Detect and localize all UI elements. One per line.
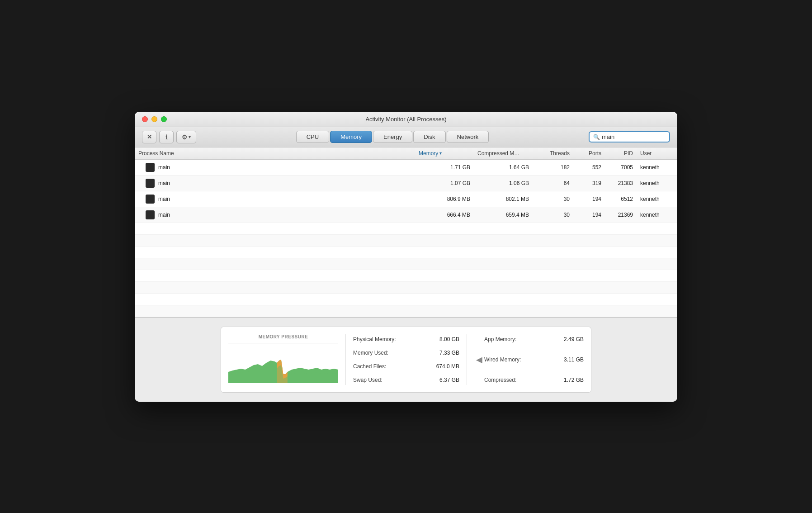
- process-table: Process Name Memory ▾ Compressed M… Thre…: [135, 147, 677, 318]
- ports-value: 319: [573, 179, 605, 188]
- empty-row: [135, 270, 677, 282]
- col-user[interactable]: User: [637, 150, 677, 157]
- col-threads[interactable]: Threads: [533, 150, 573, 157]
- toolbar-left: ✕ ℹ ⚙ ▾: [142, 131, 196, 143]
- pid-value: 7005: [605, 163, 637, 172]
- window-title: Activity Monitor (All Processes): [365, 116, 446, 123]
- chart-divider: [228, 343, 338, 343]
- physical-memory-row: Physical Memory: 8.00 GB: [353, 334, 459, 344]
- threads-value: 64: [533, 179, 573, 188]
- pid-value: 21383: [605, 179, 637, 188]
- process-name-text: main: [158, 164, 170, 171]
- empty-row: [135, 282, 677, 294]
- process-name-cell: main: [135, 177, 415, 189]
- process-icon: [146, 195, 155, 204]
- user-value: kenneth: [637, 179, 677, 188]
- compressed-value: 1.64 GB: [474, 163, 533, 172]
- tab-energy[interactable]: Energy: [373, 131, 412, 143]
- col-pid-label: PID: [624, 150, 633, 157]
- col-pid[interactable]: PID: [605, 150, 637, 157]
- empty-row: [135, 258, 677, 270]
- process-name-text: main: [158, 196, 170, 202]
- chart-title: MEMORY PRESSURE: [228, 334, 338, 339]
- process-name-text: main: [158, 212, 170, 218]
- toolbar: ✕ ℹ ⚙ ▾ CPU Memory Energy Disk Network 🔍…: [135, 127, 677, 147]
- col-process-name[interactable]: Process Name: [135, 150, 415, 157]
- chevron-down-icon: ▾: [189, 134, 191, 139]
- pid-value: 21369: [605, 210, 637, 219]
- cached-files-value: 674.0 MB: [436, 363, 459, 370]
- memory-pressure-chart: MEMORY PRESSURE: [228, 334, 346, 385]
- process-icon: [146, 210, 155, 219]
- app-memory-value: 2.49 GB: [564, 336, 584, 342]
- ports-value: 552: [573, 163, 605, 172]
- col-compressed-label: Compressed M…: [477, 150, 519, 157]
- threads-value: 30: [533, 195, 573, 204]
- col-memory[interactable]: Memory ▾: [415, 150, 474, 157]
- search-icon: 🔍: [593, 134, 600, 140]
- app-memory-label: App Memory:: [484, 336, 516, 342]
- tab-bar: CPU Memory Energy Disk Network: [200, 131, 585, 143]
- col-compressed[interactable]: Compressed M…: [474, 150, 533, 157]
- info-icon: ℹ: [165, 133, 168, 141]
- stats-card: MEMORY PRESSURE Physical Memory: 8.00 GB: [221, 327, 591, 393]
- compressed-value: 1.06 GB: [474, 179, 533, 188]
- empty-row: [135, 294, 677, 305]
- title-bar: Activity Monitor (All Processes): [135, 112, 677, 127]
- sort-arrow-icon: ▾: [439, 151, 442, 156]
- ports-value: 194: [573, 210, 605, 219]
- traffic-lights: [142, 116, 167, 122]
- threads-value: 30: [533, 210, 573, 219]
- empty-row: [135, 305, 677, 317]
- empty-row: [135, 223, 677, 235]
- stats-right: App Memory: 2.49 GB Wired Memory: 3.11 G…: [484, 334, 584, 385]
- wired-memory-row: Wired Memory: 3.11 GB: [484, 355, 584, 365]
- swap-used-row: Swap Used: 6.37 GB: [353, 375, 459, 385]
- arrow-decoration: ◀: [474, 334, 484, 385]
- minimize-button[interactable]: [151, 116, 157, 122]
- close-button[interactable]: [142, 116, 148, 122]
- empty-row: [135, 235, 677, 247]
- wired-memory-value: 3.11 GB: [564, 356, 584, 363]
- col-memory-label: Memory: [419, 150, 438, 157]
- empty-row: [135, 247, 677, 258]
- gear-button[interactable]: ⚙ ▾: [176, 131, 196, 143]
- process-name-cell: main: [135, 193, 415, 205]
- compressed-value: 1.72 GB: [564, 377, 584, 383]
- physical-memory-value: 8.00 GB: [439, 336, 459, 342]
- col-ports[interactable]: Ports: [573, 150, 605, 157]
- gear-icon: ⚙: [182, 133, 188, 141]
- tab-disk[interactable]: Disk: [413, 131, 445, 143]
- memory-value: 1.07 GB: [415, 179, 474, 188]
- maximize-button[interactable]: [161, 116, 167, 122]
- col-user-label: User: [640, 150, 651, 157]
- memory-used-value: 7.33 GB: [439, 350, 459, 356]
- cached-files-label: Cached Files:: [353, 363, 386, 370]
- pid-value: 6512: [605, 195, 637, 204]
- table-row[interactable]: main 806.9 MB 802.1 MB 30 194 6512 kenne…: [135, 191, 677, 207]
- compressed-value: 659.4 MB: [474, 210, 533, 219]
- search-box[interactable]: 🔍 ⊗: [589, 131, 670, 142]
- memory-pressure-svg: [228, 347, 338, 383]
- table-row[interactable]: main 1.07 GB 1.06 GB 64 319 21383 kennet…: [135, 176, 677, 191]
- tab-network[interactable]: Network: [447, 131, 489, 143]
- memory-value: 1.71 GB: [415, 163, 474, 172]
- threads-value: 182: [533, 163, 573, 172]
- memory-value: 806.9 MB: [415, 195, 474, 204]
- tab-memory[interactable]: Memory: [330, 131, 372, 143]
- info-button[interactable]: ℹ: [159, 131, 174, 143]
- user-value: kenneth: [637, 195, 677, 204]
- col-ports-label: Ports: [589, 150, 601, 157]
- physical-memory-label: Physical Memory:: [353, 336, 396, 342]
- table-row[interactable]: main 1.71 GB 1.64 GB 182 552 7005 kennet…: [135, 160, 677, 176]
- memory-used-label: Memory Used:: [353, 350, 388, 356]
- memory-used-row: Memory Used: 7.33 GB: [353, 348, 459, 358]
- table-row[interactable]: main 666.4 MB 659.4 MB 30 194 21369 kenn…: [135, 207, 677, 223]
- tab-cpu[interactable]: CPU: [296, 131, 329, 143]
- wired-memory-label: Wired Memory:: [484, 356, 521, 363]
- process-icon: [146, 179, 155, 188]
- search-input[interactable]: [602, 133, 677, 140]
- compressed-value: 802.1 MB: [474, 195, 533, 204]
- close-process-button[interactable]: ✕: [142, 131, 156, 143]
- process-name-cell: main: [135, 209, 415, 221]
